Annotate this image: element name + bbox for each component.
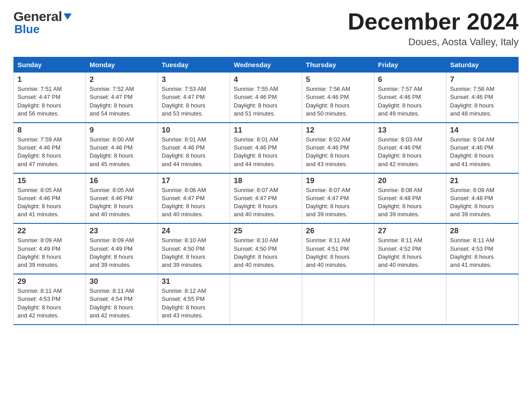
calendar-cell: 29Sunrise: 8:11 AMSunset: 4:53 PMDayligh…: [14, 274, 86, 325]
day-number: 30: [90, 277, 154, 286]
calendar-cell: 14Sunrise: 8:04 AMSunset: 4:46 PMDayligh…: [446, 123, 519, 173]
day-info: Sunrise: 7:57 AMSunset: 4:46 PMDaylight:…: [378, 85, 442, 118]
calendar-cell: 18Sunrise: 8:07 AMSunset: 4:47 PMDayligh…: [230, 173, 302, 224]
calendar-cell: 2Sunrise: 7:52 AMSunset: 4:47 PMDaylight…: [86, 73, 158, 123]
calendar-cell: 23Sunrise: 8:09 AMSunset: 4:49 PMDayligh…: [86, 223, 158, 274]
day-number: 3: [162, 75, 226, 84]
day-number: 13: [378, 126, 442, 135]
day-info: Sunrise: 8:11 AMSunset: 4:54 PMDaylight:…: [90, 287, 154, 320]
day-info: Sunrise: 8:06 AMSunset: 4:47 PMDaylight:…: [162, 186, 226, 219]
day-info: Sunrise: 7:52 AMSunset: 4:47 PMDaylight:…: [90, 85, 154, 118]
day-header-friday: Friday: [374, 57, 446, 73]
calendar-cell: 7Sunrise: 7:58 AMSunset: 4:46 PMDaylight…: [446, 73, 519, 123]
calendar-body: 1Sunrise: 7:51 AMSunset: 4:47 PMDaylight…: [14, 73, 519, 325]
day-info: Sunrise: 8:05 AMSunset: 4:46 PMDaylight:…: [17, 186, 82, 219]
week-row-4: 22Sunrise: 8:09 AMSunset: 4:49 PMDayligh…: [14, 223, 519, 274]
day-number: 6: [378, 75, 442, 84]
logo-arrow-icon: [63, 13, 73, 21]
day-number: 25: [234, 227, 298, 235]
day-number: 28: [450, 227, 515, 235]
day-info: Sunrise: 8:10 AMSunset: 4:50 PMDaylight:…: [162, 236, 226, 269]
day-header-sunday: Sunday: [14, 57, 86, 73]
calendar-cell: 21Sunrise: 8:09 AMSunset: 4:48 PMDayligh…: [446, 173, 519, 224]
day-number: 11: [234, 126, 298, 135]
day-info: Sunrise: 8:11 AMSunset: 4:53 PMDaylight:…: [17, 287, 82, 320]
day-header-wednesday: Wednesday: [230, 57, 302, 73]
calendar-header: SundayMondayTuesdayWednesdayThursdayFrid…: [14, 57, 519, 73]
week-row-2: 8Sunrise: 7:59 AMSunset: 4:46 PMDaylight…: [14, 123, 519, 173]
calendar-cell: 13Sunrise: 8:03 AMSunset: 4:46 PMDayligh…: [374, 123, 446, 173]
calendar-cell: 24Sunrise: 8:10 AMSunset: 4:50 PMDayligh…: [158, 223, 230, 274]
day-info: Sunrise: 8:08 AMSunset: 4:48 PMDaylight:…: [378, 186, 442, 219]
day-info: Sunrise: 7:58 AMSunset: 4:46 PMDaylight:…: [450, 85, 515, 118]
week-row-1: 1Sunrise: 7:51 AMSunset: 4:47 PMDaylight…: [14, 73, 519, 123]
calendar-cell: 9Sunrise: 8:00 AMSunset: 4:46 PMDaylight…: [86, 123, 158, 173]
calendar-cell: 30Sunrise: 8:11 AMSunset: 4:54 PMDayligh…: [86, 274, 158, 325]
calendar-cell: 1Sunrise: 7:51 AMSunset: 4:47 PMDaylight…: [14, 73, 86, 123]
day-number: 18: [234, 176, 298, 185]
day-info: Sunrise: 8:09 AMSunset: 4:48 PMDaylight:…: [450, 186, 515, 219]
day-number: 26: [306, 227, 370, 235]
calendar-cell: [446, 274, 519, 325]
calendar-cell: 27Sunrise: 8:11 AMSunset: 4:52 PMDayligh…: [374, 223, 446, 274]
day-number: 5: [306, 75, 370, 84]
day-number: 19: [306, 176, 370, 185]
header-row: SundayMondayTuesdayWednesdayThursdayFrid…: [14, 57, 519, 73]
calendar-cell: 31Sunrise: 8:12 AMSunset: 4:55 PMDayligh…: [158, 274, 230, 325]
week-row-3: 15Sunrise: 8:05 AMSunset: 4:46 PMDayligh…: [14, 173, 519, 224]
calendar-cell: 16Sunrise: 8:05 AMSunset: 4:46 PMDayligh…: [86, 173, 158, 224]
calendar-cell: 19Sunrise: 8:07 AMSunset: 4:47 PMDayligh…: [302, 173, 374, 224]
calendar-cell: 3Sunrise: 7:53 AMSunset: 4:47 PMDaylight…: [158, 73, 230, 123]
day-info: Sunrise: 7:59 AMSunset: 4:46 PMDaylight:…: [17, 136, 82, 168]
day-info: Sunrise: 8:03 AMSunset: 4:46 PMDaylight:…: [378, 136, 442, 168]
calendar-cell: 12Sunrise: 8:02 AMSunset: 4:46 PMDayligh…: [302, 123, 374, 173]
day-number: 20: [378, 176, 442, 185]
day-number: 4: [234, 75, 298, 84]
day-header-tuesday: Tuesday: [158, 57, 230, 73]
day-number: 1: [17, 75, 82, 84]
day-header-thursday: Thursday: [302, 57, 374, 73]
day-info: Sunrise: 8:11 AMSunset: 4:52 PMDaylight:…: [378, 236, 442, 269]
calendar-cell: 28Sunrise: 8:11 AMSunset: 4:53 PMDayligh…: [446, 223, 519, 274]
day-number: 21: [450, 176, 515, 185]
page-header: General Blue December 2024 Doues, Aosta …: [13, 9, 519, 48]
day-info: Sunrise: 8:11 AMSunset: 4:51 PMDaylight:…: [306, 236, 370, 269]
calendar-cell: 6Sunrise: 7:57 AMSunset: 4:46 PMDaylight…: [374, 73, 446, 123]
calendar-cell: 11Sunrise: 8:01 AMSunset: 4:46 PMDayligh…: [230, 123, 302, 173]
calendar-cell: 25Sunrise: 8:10 AMSunset: 4:50 PMDayligh…: [230, 223, 302, 274]
day-info: Sunrise: 7:55 AMSunset: 4:46 PMDaylight:…: [234, 85, 298, 118]
calendar-cell: 15Sunrise: 8:05 AMSunset: 4:46 PMDayligh…: [14, 173, 86, 224]
calendar-cell: 5Sunrise: 7:56 AMSunset: 4:46 PMDaylight…: [302, 73, 374, 123]
calendar-cell: 8Sunrise: 7:59 AMSunset: 4:46 PMDaylight…: [14, 123, 86, 173]
day-number: 24: [162, 227, 226, 235]
day-info: Sunrise: 8:10 AMSunset: 4:50 PMDaylight:…: [234, 236, 298, 269]
day-info: Sunrise: 8:11 AMSunset: 4:53 PMDaylight:…: [450, 236, 515, 269]
day-number: 15: [17, 176, 82, 185]
day-info: Sunrise: 8:00 AMSunset: 4:46 PMDaylight:…: [90, 136, 154, 168]
day-info: Sunrise: 8:07 AMSunset: 4:47 PMDaylight:…: [306, 186, 370, 219]
month-title: December 2024: [348, 9, 519, 34]
day-number: 29: [17, 277, 82, 286]
logo: General Blue: [13, 9, 73, 36]
day-number: 10: [162, 126, 226, 135]
day-info: Sunrise: 8:02 AMSunset: 4:46 PMDaylight:…: [306, 136, 370, 168]
calendar-cell: 20Sunrise: 8:08 AMSunset: 4:48 PMDayligh…: [374, 173, 446, 224]
week-row-5: 29Sunrise: 8:11 AMSunset: 4:53 PMDayligh…: [14, 274, 519, 325]
day-number: 16: [90, 176, 154, 185]
logo-blue: Blue: [13, 22, 39, 36]
day-header-saturday: Saturday: [446, 57, 519, 73]
day-number: 31: [162, 277, 226, 286]
calendar-cell: [374, 274, 446, 325]
day-info: Sunrise: 8:07 AMSunset: 4:47 PMDaylight:…: [234, 186, 298, 219]
day-info: Sunrise: 8:09 AMSunset: 4:49 PMDaylight:…: [17, 236, 82, 269]
svg-marker-0: [64, 13, 72, 20]
day-info: Sunrise: 8:09 AMSunset: 4:49 PMDaylight:…: [90, 236, 154, 269]
day-info: Sunrise: 7:56 AMSunset: 4:46 PMDaylight:…: [306, 85, 370, 118]
day-number: 9: [90, 126, 154, 135]
day-header-monday: Monday: [86, 57, 158, 73]
day-number: 12: [306, 126, 370, 135]
day-number: 14: [450, 126, 515, 135]
calendar-cell: 22Sunrise: 8:09 AMSunset: 4:49 PMDayligh…: [14, 223, 86, 274]
logo-general: General: [13, 9, 62, 24]
day-number: 17: [162, 176, 226, 185]
